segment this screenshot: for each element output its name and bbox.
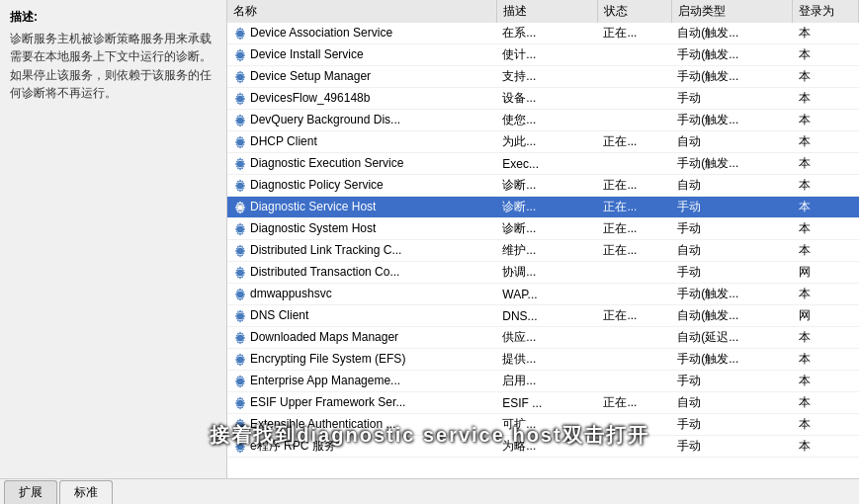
- svg-point-16: [237, 378, 242, 383]
- service-start-type: 手动: [671, 414, 793, 436]
- service-name: Distributed Link Tracking C...: [227, 240, 496, 262]
- table-row[interactable]: Diagnostic Execution Service Exec... 手动(…: [227, 153, 859, 175]
- table-row[interactable]: Diagnostic Policy Service 诊断... 正在... 自动…: [227, 175, 859, 197]
- service-icon: [233, 288, 247, 301]
- service-icon: [233, 418, 247, 432]
- service-name: Distributed Transaction Co...: [227, 262, 496, 284]
- service-status: 正在...: [597, 131, 671, 153]
- service-start-type: 手动: [671, 218, 793, 240]
- service-logon: 本: [793, 327, 859, 349]
- table-row[interactable]: Diagnostic Service Host 诊断... 正在... 手动 本: [227, 197, 859, 218]
- service-icon: [233, 92, 247, 106]
- service-logon: 本: [793, 436, 859, 458]
- service-desc: 设备...: [496, 88, 597, 110]
- table-row[interactable]: Encrypting File System (EFS) 提供... 手动(触发…: [227, 349, 859, 371]
- service-status: 正在...: [597, 218, 671, 240]
- svg-point-19: [237, 444, 242, 449]
- service-name: DNS Client: [227, 305, 496, 327]
- tab-expand[interactable]: 扩展: [4, 480, 57, 504]
- table-row[interactable]: Downloaded Maps Manager 供应... 自动(延迟... 本: [227, 327, 859, 349]
- service-name: DHCP Client: [227, 131, 496, 153]
- service-icon: [233, 48, 247, 62]
- service-logon: 本: [793, 131, 859, 153]
- service-start-type: 手动(触发...: [671, 110, 793, 131]
- service-desc: 协调...: [496, 262, 597, 284]
- service-name: Enterprise App Manageme...: [227, 371, 496, 392]
- service-icon: [233, 135, 247, 149]
- service-status: 正在...: [597, 392, 671, 414]
- service-start-type: 手动(触发...: [671, 153, 793, 175]
- svg-point-15: [237, 357, 242, 362]
- service-logon: 本: [793, 218, 859, 240]
- svg-point-0: [237, 31, 242, 36]
- service-icon: [233, 244, 247, 258]
- svg-point-14: [237, 335, 242, 340]
- service-icon: [233, 114, 247, 127]
- svg-point-1: [237, 52, 242, 57]
- service-start-type: 自动: [671, 392, 793, 414]
- svg-point-9: [237, 226, 242, 231]
- service-icon: [233, 375, 247, 388]
- table-row[interactable]: Extensible Authentication ... 可扩... 手动 本: [227, 414, 859, 436]
- service-status: [597, 88, 671, 110]
- table-row[interactable]: Diagnostic System Host 诊断... 正在... 手动 本: [227, 218, 859, 240]
- service-logon: 本: [793, 197, 859, 218]
- service-logon: 本: [793, 110, 859, 131]
- service-status: [597, 153, 671, 175]
- table-row[interactable]: e程序 RPC 服务 为略... 手动 本: [227, 436, 859, 458]
- service-icon: [233, 396, 247, 410]
- service-start-type: 手动(触发...: [671, 44, 793, 66]
- svg-point-3: [237, 96, 242, 101]
- col-header-name: 名称: [227, 0, 496, 23]
- tab-standard[interactable]: 标准: [59, 480, 113, 504]
- service-logon: 本: [793, 23, 859, 44]
- table-row[interactable]: Enterprise App Manageme... 启用... 手动 本: [227, 371, 859, 392]
- service-name: Device Association Service: [227, 23, 496, 44]
- service-start-type: 手动: [671, 262, 793, 284]
- service-logon: 本: [793, 284, 859, 305]
- service-status: [597, 414, 671, 436]
- table-row[interactable]: Device Setup Manager 支持... 手动(触发... 本: [227, 66, 859, 88]
- service-status: [597, 436, 671, 458]
- service-desc: 提供...: [496, 349, 597, 371]
- service-table[interactable]: 名称 描述 状态 启动类型 登录为 Device Association Ser…: [227, 0, 859, 478]
- table-row[interactable]: Distributed Link Tracking C... 维护... 正在.…: [227, 240, 859, 262]
- main-area: 描述: 诊断服务主机被诊断策略服务用来承载需要在本地服务上下文中运行的诊断。如果…: [0, 0, 859, 478]
- table-row[interactable]: DHCP Client 为此... 正在... 自动 本: [227, 131, 859, 153]
- service-desc: 使您...: [496, 110, 597, 131]
- service-name: Diagnostic Service Host: [227, 197, 496, 218]
- table-row[interactable]: ESIF Upper Framework Ser... ESIF ... 正在.…: [227, 392, 859, 414]
- service-desc: 可扩...: [496, 414, 597, 436]
- service-desc: 为此...: [496, 131, 597, 153]
- service-icon: [233, 353, 247, 367]
- table-row[interactable]: dmwappushsvc WAP... 手动(触发... 本: [227, 284, 859, 305]
- col-header-logon: 登录为: [793, 0, 859, 23]
- table-row[interactable]: Distributed Transaction Co... 协调... 手动 网: [227, 262, 859, 284]
- table-row[interactable]: Device Association Service 在系... 正在... 自…: [227, 23, 859, 44]
- left-panel: 描述: 诊断服务主机被诊断策略服务用来承载需要在本地服务上下文中运行的诊断。如果…: [0, 0, 227, 478]
- table-row[interactable]: DevicesFlow_496148b 设备... 手动 本: [227, 88, 859, 110]
- service-desc: 诊断...: [496, 218, 597, 240]
- service-status: [597, 284, 671, 305]
- service-logon: 本: [793, 371, 859, 392]
- svg-point-17: [237, 400, 242, 405]
- service-status: [597, 349, 671, 371]
- desc-text: 诊断服务主机被诊断策略服务用来承载需要在本地服务上下文中运行的诊断。如果停止该服…: [10, 30, 216, 103]
- table-row[interactable]: DevQuery Background Dis... 使您... 手动(触发..…: [227, 110, 859, 131]
- service-desc: 启用...: [496, 371, 597, 392]
- service-status: [597, 371, 671, 392]
- service-desc: 维护...: [496, 240, 597, 262]
- service-icon: [233, 70, 247, 84]
- service-start-type: 自动: [671, 131, 793, 153]
- service-name: Downloaded Maps Manager: [227, 327, 496, 349]
- service-icon: [233, 440, 247, 454]
- desc-title: 描述:: [10, 8, 216, 26]
- table-row[interactable]: DNS Client DNS... 正在... 自动(触发... 网: [227, 305, 859, 327]
- service-status: [597, 262, 671, 284]
- service-name: ESIF Upper Framework Ser...: [227, 392, 496, 414]
- svg-point-5: [237, 139, 242, 144]
- table-row[interactable]: Device Install Service 使计... 手动(触发... 本: [227, 44, 859, 66]
- service-name: Device Setup Manager: [227, 66, 496, 88]
- service-logon: 网: [793, 262, 859, 284]
- service-start-type: 自动: [671, 175, 793, 197]
